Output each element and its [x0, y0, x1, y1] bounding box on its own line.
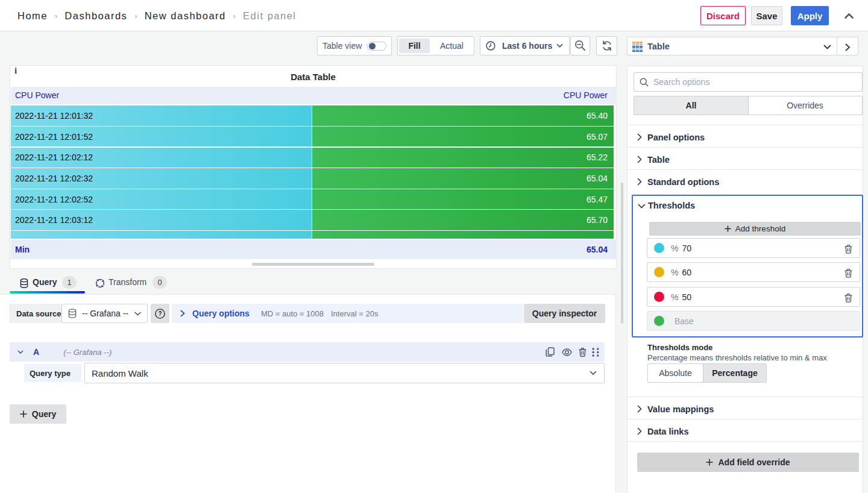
svg-text:?: ? [158, 310, 162, 317]
